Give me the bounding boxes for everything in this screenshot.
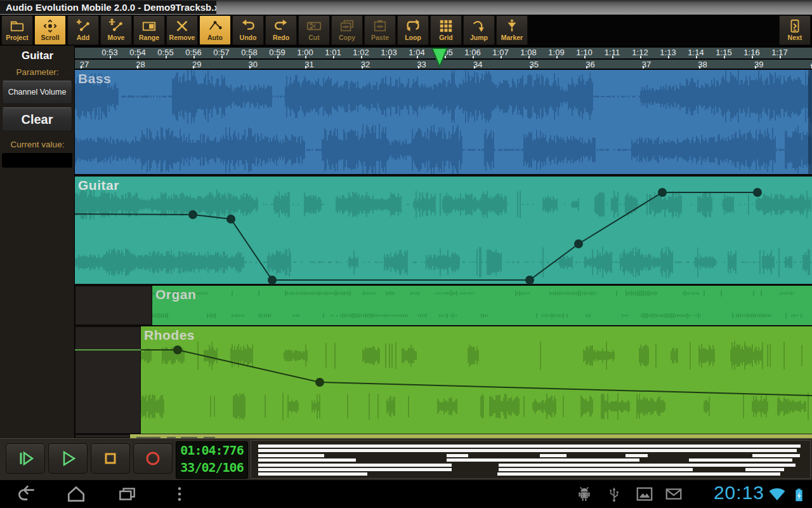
- title-bar: Audio Evolution Mobile 2.0.0 - Demo9Trac…: [0, 0, 812, 15]
- bar-tick: [81, 66, 82, 69]
- cut-icon: [306, 18, 322, 34]
- overview-clip-bar: [625, 454, 648, 457]
- overview-clip-bar: [497, 472, 780, 476]
- audio-clip-organ[interactable]: [152, 286, 812, 325]
- overview-clip-bar: [258, 472, 367, 476]
- gallery-icon: [634, 480, 655, 508]
- track-row-bass[interactable]: Bass: [75, 70, 812, 174]
- overview-clip-bar: [447, 458, 639, 462]
- track-area[interactable]: BassGuitarOrganRhodes: [75, 70, 812, 438]
- home-icon[interactable]: [65, 480, 87, 508]
- current-value-label: Current value:: [0, 140, 75, 149]
- parameter-label: Parameter:: [0, 67, 75, 77]
- toolbar-button-copy: Copy: [331, 15, 363, 45]
- paste-icon: [372, 18, 388, 34]
- overview-clip-bar: [258, 464, 452, 467]
- toolbar: ProjectScrollAddMoveRangeRemoveAutoUndoR…: [0, 15, 812, 46]
- next-icon: [787, 18, 802, 34]
- back-icon[interactable]: [15, 480, 37, 508]
- time-tick: [501, 56, 502, 58]
- undo-icon: [240, 18, 256, 34]
- playhead-marker[interactable]: [431, 48, 448, 68]
- android-debug-icon: [574, 480, 594, 508]
- toolbar-button-range[interactable]: Range: [133, 15, 165, 45]
- track-row-rhodes[interactable]: Rhodes: [75, 326, 812, 434]
- time-tick: [696, 56, 697, 58]
- toolbar-button-remove[interactable]: Remove: [166, 15, 198, 45]
- current-value-display: [2, 153, 72, 168]
- overview-clip-bar: [258, 444, 801, 448]
- toolbar-button-redo[interactable]: Redo: [265, 15, 297, 45]
- track-row-guitar[interactable]: Guitar: [75, 177, 812, 284]
- record-icon: [134, 448, 172, 469]
- time-position: 01:04:776: [176, 442, 247, 459]
- toolbar-button-scroll[interactable]: Scroll: [34, 15, 66, 45]
- toolbar-button-loop[interactable]: Loop: [397, 15, 429, 45]
- time-tick: [389, 56, 390, 58]
- add-icon: [75, 18, 91, 34]
- toolbar-button-project[interactable]: Project: [1, 15, 33, 45]
- toolbar-button-add[interactable]: Add: [67, 15, 99, 45]
- overview-track-row: [255, 458, 806, 462]
- clear-button[interactable]: Clear: [2, 107, 72, 131]
- overview-track-row: [255, 454, 806, 457]
- battery-icon: [788, 480, 809, 508]
- toolbar-button-undo[interactable]: Undo: [232, 15, 264, 45]
- toolbar-button-marker[interactable]: Marker: [496, 15, 528, 45]
- redo-icon: [273, 18, 289, 34]
- window-title: Audio Evolution Mobile 2.0.0 - Demo9Trac…: [0, 1, 216, 14]
- app-screen: Audio Evolution Mobile 2.0.0 - Demo9Trac…: [0, 0, 812, 508]
- time-tick: [473, 56, 474, 58]
- toolbar-button-jump[interactable]: Jump: [463, 15, 495, 45]
- wifi-icon: [766, 480, 788, 508]
- toolbar-button-move[interactable]: Move: [100, 15, 132, 45]
- toolbar-button-next[interactable]: Next: [779, 15, 811, 45]
- time-tick: [612, 56, 613, 58]
- time-tick: [724, 56, 725, 58]
- bar-tick: [418, 66, 419, 69]
- vertical-scrollbar[interactable]: [808, 70, 812, 174]
- marker-icon: [504, 18, 520, 34]
- track-row-organ[interactable]: Organ: [75, 286, 812, 325]
- audio-clip-bass[interactable]: [75, 70, 812, 174]
- audio-clip-guitar[interactable]: [75, 177, 812, 284]
- time-tick: [305, 56, 306, 58]
- remove-icon: [174, 18, 190, 34]
- recents-icon[interactable]: [116, 480, 138, 508]
- bar-tick: [362, 66, 363, 69]
- bar-tick: [755, 66, 756, 69]
- time-tick: [110, 56, 111, 58]
- play-button[interactable]: [48, 443, 88, 474]
- status-clock: 20:13: [688, 482, 764, 504]
- toolbar-button-grid[interactable]: Grid: [430, 15, 462, 45]
- jump-icon: [471, 18, 487, 34]
- time-tick: [277, 56, 278, 58]
- audio-clip-rhodes[interactable]: [141, 326, 812, 434]
- time-tick: [528, 56, 530, 58]
- time-tick: [249, 56, 251, 58]
- time-tick: [668, 56, 669, 58]
- arrangement-overview[interactable]: [251, 440, 811, 479]
- time-tick: [640, 56, 641, 58]
- track-empty-lead: [75, 286, 152, 325]
- time-tick: [221, 56, 223, 58]
- bar-tick: [530, 66, 532, 69]
- bar-tick: [586, 66, 587, 69]
- play-from-start-button[interactable]: [6, 443, 45, 474]
- automation-sidebar: Guitar Parameter: Channel Volume Clear C…: [0, 46, 75, 438]
- copy-icon: [339, 18, 355, 34]
- stop-button[interactable]: [91, 443, 130, 474]
- track-name-label: Rhodes: [144, 328, 195, 343]
- record-button[interactable]: [133, 443, 173, 474]
- play-from-start-icon: [6, 448, 44, 469]
- time-tick: [138, 56, 139, 58]
- time-tick: [417, 56, 418, 58]
- overview-clip-bar: [258, 468, 452, 471]
- time-tick: [361, 56, 362, 58]
- menu-dots-icon[interactable]: [169, 480, 190, 508]
- parameter-select-button[interactable]: Channel Volume: [2, 81, 72, 104]
- bar-tick: [193, 66, 194, 69]
- overview-track-row: [255, 472, 806, 476]
- bar-tick: [474, 66, 475, 69]
- toolbar-button-auto[interactable]: Auto: [199, 15, 231, 45]
